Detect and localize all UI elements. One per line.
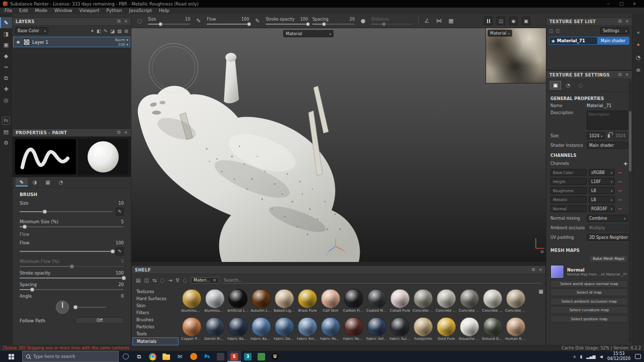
grid-view-icon[interactable]: ▦ bbox=[539, 289, 543, 294]
material-item[interactable]: Concrete Si... bbox=[481, 288, 504, 316]
material-item[interactable]: Footprints bbox=[412, 316, 434, 344]
minimize-button[interactable]: – bbox=[602, 0, 615, 8]
material-item[interactable]: Fabric Deni... bbox=[273, 316, 295, 344]
close-button[interactable]: × bbox=[628, 0, 641, 8]
instance-link-icon[interactable]: ◫ bbox=[549, 28, 553, 33]
delete-layer-icon[interactable]: ⊟ bbox=[124, 28, 128, 34]
network-icon[interactable]: ▂▄▆ bbox=[586, 354, 595, 359]
select-world-space-normal-map-button[interactable]: Select world space normal map bbox=[550, 280, 628, 288]
material-item[interactable]: Concrete B... bbox=[412, 288, 434, 316]
prop-stroke-opacity-slider[interactable] bbox=[20, 278, 124, 279]
2d-texture-view[interactable]: Material ▾ bbox=[486, 28, 546, 83]
category-particles[interactable]: Particles bbox=[132, 323, 179, 330]
start-button[interactable] bbox=[0, 351, 22, 362]
toolbar-flow-slider[interactable] bbox=[207, 24, 249, 25]
taskbar-search-input[interactable] bbox=[33, 354, 109, 359]
material-item[interactable]: Denim Rivet bbox=[204, 316, 226, 344]
channel-name-field[interactable]: Roughness bbox=[550, 187, 587, 194]
toolbar-size-slider[interactable] bbox=[148, 24, 190, 25]
blender-icon[interactable] bbox=[187, 351, 200, 362]
3d-viewport[interactable]: Material ▾ Material ▾ Y X Z U bbox=[131, 28, 546, 262]
angle-slider[interactable] bbox=[74, 307, 106, 308]
prop-spacing-value[interactable]: 20 bbox=[118, 282, 124, 287]
texture-set-item[interactable]: ◉ Material_71 Main shader bbox=[549, 37, 629, 45]
add-folder-icon[interactable]: ▤ bbox=[117, 28, 122, 34]
action-center-icon[interactable] bbox=[635, 354, 641, 359]
add-smart-material-icon[interactable]: ◪ bbox=[110, 28, 115, 34]
photoshop-plugin-icon[interactable]: Ps bbox=[2, 117, 10, 125]
menu-help[interactable]: Help bbox=[155, 8, 173, 14]
volume-icon[interactable]: ◀ bbox=[600, 354, 603, 359]
toolbar-stroke-opacity-value[interactable]: 100 bbox=[300, 17, 308, 22]
material-item[interactable]: Coated Metal bbox=[366, 288, 388, 316]
texture-set-eye-icon[interactable]: ◉ bbox=[551, 39, 555, 43]
unreal-icon[interactable]: U bbox=[268, 351, 282, 362]
toolbar-stroke-opacity-slider[interactable] bbox=[266, 24, 308, 25]
close-panel-icon[interactable]: × bbox=[124, 130, 128, 135]
category-brushes[interactable]: Brushes bbox=[132, 316, 179, 323]
symmetry-icon[interactable]: ⋈ bbox=[435, 18, 443, 24]
display-mode-button[interactable]: ◫ bbox=[497, 17, 505, 25]
prop-minimum-size-value[interactable]: 5 bbox=[121, 219, 124, 224]
channel-selector-dropdown[interactable]: Base Color▾ bbox=[15, 27, 48, 34]
stroke-preview-icon[interactable]: ✎ bbox=[195, 18, 202, 24]
prop-minimum-flow-value[interactable]: 5 bbox=[121, 259, 124, 264]
size-dropdown[interactable]: 1024▾ bbox=[587, 132, 605, 139]
substance-painter-icon[interactable]: S bbox=[227, 351, 241, 362]
prop-angle-value[interactable]: 0 bbox=[121, 294, 124, 299]
menu-file[interactable]: File bbox=[1, 8, 16, 14]
settings-scrollbar[interactable] bbox=[629, 81, 631, 343]
camera-button[interactable]: ◉ bbox=[509, 17, 518, 25]
remove-filter-icon[interactable]: × bbox=[213, 278, 216, 283]
category-hard-surfaces[interactable]: Hard Surfaces bbox=[132, 295, 179, 302]
material-item[interactable]: Aluminium... bbox=[204, 288, 226, 316]
chrome-icon[interactable] bbox=[146, 351, 159, 362]
plugins-settings-icon[interactable]: ⚙ bbox=[0, 137, 12, 148]
close-panel-icon[interactable]: × bbox=[625, 72, 629, 77]
taskbar-clock[interactable]: 15:53 04/12/2020 bbox=[607, 351, 630, 361]
channel-format-dropdown[interactable]: L8▾ bbox=[589, 187, 615, 194]
platform-tab[interactable]: ▣ bbox=[550, 81, 561, 89]
select-id-map-button[interactable]: Select id map bbox=[550, 289, 628, 296]
float-panel-icon[interactable]: ⧉ bbox=[117, 130, 120, 135]
material-item[interactable]: Artificial Lea... bbox=[227, 288, 249, 316]
close-panel-icon[interactable]: × bbox=[538, 267, 542, 273]
brush-tip-icon[interactable]: ◌ bbox=[136, 18, 143, 24]
layer-name[interactable]: Layer 1 bbox=[32, 40, 113, 45]
alpha-tab[interactable]: ◑ bbox=[29, 178, 41, 187]
green-app-icon[interactable] bbox=[255, 351, 268, 362]
ao-mixing-dropdown[interactable]: Multiply bbox=[587, 224, 628, 231]
projection-tool[interactable]: ▣ bbox=[0, 39, 12, 50]
prop-size-slider[interactable] bbox=[20, 211, 113, 212]
material-item[interactable]: Concrete D... bbox=[458, 288, 480, 316]
hide-icon[interactable]: ◌ bbox=[160, 278, 165, 283]
hidden-icons-chevron[interactable]: ∧ bbox=[573, 354, 576, 359]
select-ambient-occlusion-map-button[interactable]: Select ambient occlusion map bbox=[550, 298, 628, 305]
material-item[interactable]: Gold Pure bbox=[435, 316, 457, 344]
normal-mixing-dropdown[interactable]: Combine▾ bbox=[587, 215, 628, 222]
material-item[interactable]: Cobalt Pure bbox=[389, 288, 411, 316]
material-picker-tool[interactable]: ✚ bbox=[0, 83, 12, 95]
toolbar-distance-slider[interactable] bbox=[371, 24, 414, 25]
lazy-mouse-icon[interactable]: ∠ bbox=[423, 18, 431, 24]
material-item[interactable]: Carbon Fiber bbox=[343, 288, 365, 316]
remove-channel-icon[interactable]: − bbox=[618, 197, 622, 203]
stencil-tab[interactable]: ▦ bbox=[42, 178, 54, 187]
select-position-map-button[interactable]: Select position map bbox=[550, 315, 628, 323]
pen-pressure-button[interactable]: ✎ bbox=[116, 247, 124, 255]
material-item[interactable]: Fabric Rough bbox=[319, 316, 342, 344]
channel-format-dropdown[interactable]: sRGB8▾ bbox=[589, 169, 615, 176]
pen-pressure-button[interactable]: ✎ bbox=[116, 208, 124, 216]
toolbar-size-value[interactable]: 10 bbox=[185, 17, 190, 22]
media-app-icon[interactable] bbox=[214, 351, 227, 362]
battery-icon[interactable]: ▮ bbox=[580, 354, 582, 359]
shader-instance-dropdown[interactable]: Main shader bbox=[587, 142, 628, 149]
close-panel-icon[interactable]: × bbox=[124, 19, 128, 24]
material-item[interactable]: Ground Gra... bbox=[481, 316, 504, 344]
material-item[interactable]: Fabric Knitt... bbox=[296, 316, 318, 344]
distance-dot-icon[interactable]: ● bbox=[359, 18, 367, 24]
menu-edit[interactable]: Edit bbox=[16, 8, 31, 14]
remove-channel-icon[interactable]: − bbox=[618, 188, 622, 194]
add-channel-icon[interactable]: + bbox=[623, 160, 628, 167]
category-filters[interactable]: Filters bbox=[132, 309, 179, 316]
